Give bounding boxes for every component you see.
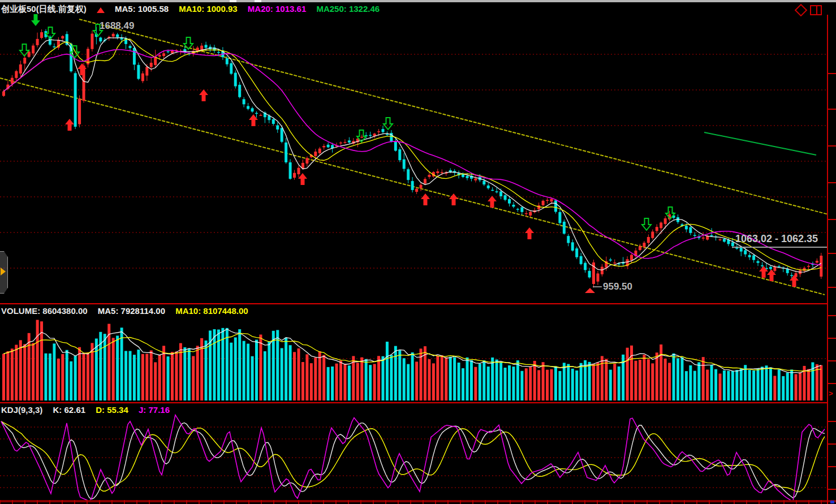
corner-resize-marker (830, 501, 834, 503)
signal-up-arrow-icon (97, 7, 105, 13)
volume-ma10-label[interactable]: MA10: 8107448.00 (175, 306, 248, 316)
left-panel-expand-tab[interactable] (0, 251, 8, 294)
symbol-title: 创业板50(日线.前复权) (1, 4, 87, 14)
kdj-pane-header: KDJ(9,3,3) K: 62.61 D: 55.34 J: 77.16 (1, 405, 178, 415)
period-high-label: 1688.49 (100, 20, 134, 32)
price-pane-header: 创业板50(日线.前复权) MA5: 1005.58 MA10: 1000.93… (1, 4, 387, 15)
ma20-label[interactable]: MA20: 1013.61 (248, 4, 306, 14)
expand-right-icon (1, 268, 6, 275)
volume-pane-header: VOLUME: 8604380.00 MA5: 7928114.00 MA10:… (1, 306, 256, 316)
ma5-label[interactable]: MA5: 1005.58 (115, 4, 169, 14)
volume-ma5-label[interactable]: MA5: 7928114.00 (98, 306, 165, 316)
window-box-icon[interactable] (810, 5, 822, 15)
pane-scroll-right-icon[interactable]: > (829, 389, 833, 398)
chart-canvas[interactable] (0, 0, 836, 504)
ma250-label[interactable]: MA250: 1322.46 (316, 4, 380, 14)
ma10-label[interactable]: MA10: 1000.93 (179, 4, 237, 14)
period-low-label: 959.50 (603, 281, 632, 292)
kdj-title-label[interactable]: KDJ(9,3,3) (1, 405, 42, 415)
trading-app-window: 创业板50(日线.前复权) MA5: 1005.58 MA10: 1000.93… (0, 0, 836, 504)
volume-value-label[interactable]: VOLUME: 8604380.00 (1, 306, 88, 316)
current-price-range-label: 1063.02 - 1062.35 (735, 233, 818, 245)
kdj-d-label[interactable]: D: 55.34 (96, 405, 128, 415)
kdj-j-label[interactable]: J: 77.16 (139, 405, 170, 415)
kdj-k-label[interactable]: K: 62.61 (53, 405, 86, 415)
